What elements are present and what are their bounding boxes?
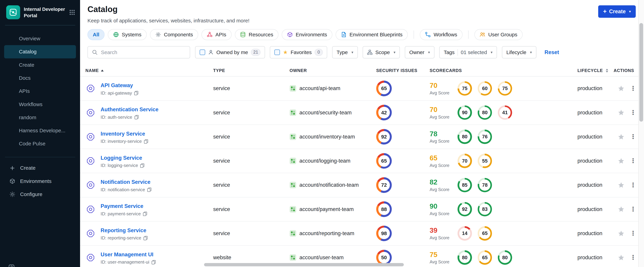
favorite-star-icon[interactable] xyxy=(618,230,625,237)
scorecard-ring[interactable]: 41 xyxy=(498,106,512,120)
vertical-scrollbar-thumb[interactable] xyxy=(639,23,643,122)
component-name-link[interactable]: API Gateway xyxy=(100,82,133,88)
reset-filters-button[interactable]: Reset xyxy=(544,49,559,56)
kebab-menu-icon[interactable]: ⋮ xyxy=(630,86,636,92)
tab-all[interactable]: All xyxy=(88,29,104,40)
scorecard-ring[interactable]: 55 xyxy=(478,154,492,168)
copy-icon[interactable] xyxy=(144,139,148,144)
sidebar-item-apis[interactable]: APIs xyxy=(4,84,76,98)
tab-environment-blueprints[interactable]: Environment Blueprints xyxy=(336,29,408,40)
favorite-star-icon[interactable] xyxy=(618,133,625,140)
scorecard-ring[interactable]: 85 xyxy=(458,178,472,192)
scorecard-ring[interactable]: 80 xyxy=(498,250,512,264)
favorite-star-icon[interactable] xyxy=(618,182,625,188)
favorite-star-icon[interactable] xyxy=(618,109,625,116)
scorecard-ring[interactable]: 76 xyxy=(478,130,492,144)
vertical-scrollbar[interactable] xyxy=(638,0,644,267)
owner-name[interactable]: account/notification-team xyxy=(300,182,359,188)
owned-by-me-checkbox[interactable] xyxy=(200,50,205,55)
type-filter-dropdown[interactable]: Type ▾ xyxy=(332,46,358,58)
component-name-link[interactable]: Logging Service xyxy=(100,155,142,161)
tab-environments[interactable]: Environments xyxy=(282,29,332,40)
security-issues-donut[interactable]: 42 xyxy=(376,105,392,120)
copy-icon[interactable] xyxy=(134,91,138,95)
owner-name[interactable]: account/reporting-team xyxy=(300,230,354,236)
kebab-menu-icon[interactable]: ⋮ xyxy=(630,134,636,140)
scorecard-ring[interactable]: 78 xyxy=(478,178,492,192)
security-issues-donut[interactable]: 88 xyxy=(376,201,392,217)
security-issues-donut[interactable]: 98 xyxy=(376,226,392,241)
scorecard-ring[interactable]: 80 xyxy=(458,130,472,144)
tab-resources[interactable]: Resources xyxy=(235,29,278,40)
kebab-menu-icon[interactable]: ⋮ xyxy=(630,158,636,164)
kebab-menu-icon[interactable]: ⋮ xyxy=(630,254,636,261)
sidebar-item-create[interactable]: Create xyxy=(4,58,76,72)
lifecycle-filter-dropdown[interactable]: Lifecycle ▾ xyxy=(502,46,536,58)
scorecard-ring[interactable]: 75 xyxy=(458,81,472,96)
sidebar-item-code-pulse[interactable]: Code Pulse xyxy=(4,137,76,150)
kebab-menu-icon[interactable]: ⋮ xyxy=(630,182,636,188)
sidebar-item-overview[interactable]: Overview xyxy=(4,32,76,45)
owned-by-me-filter[interactable]: Owned by me 21 xyxy=(195,46,265,58)
owner-name[interactable]: account/logging-team xyxy=(300,158,350,164)
kebab-menu-icon[interactable]: ⋮ xyxy=(630,230,636,236)
owner-filter-dropdown[interactable]: Owner ▾ xyxy=(405,46,434,58)
copy-icon[interactable] xyxy=(134,115,139,119)
favorite-star-icon[interactable] xyxy=(618,85,625,92)
sidebar-item-random[interactable]: random xyxy=(4,111,76,124)
sidebar-item-harness-develope[interactable]: Harness Develope... xyxy=(4,124,76,137)
owner-name[interactable]: account/user-team xyxy=(300,254,344,261)
app-logo[interactable] xyxy=(6,5,20,19)
scorecard-ring[interactable]: 65 xyxy=(478,226,492,240)
owner-name[interactable]: account/payment-team xyxy=(300,206,354,212)
scorecard-ring[interactable]: 65 xyxy=(478,250,492,264)
horizontal-scrollbar[interactable] xyxy=(204,263,404,266)
sidebar-item-docs[interactable]: Docs xyxy=(4,72,76,84)
kebab-menu-icon[interactable]: ⋮ xyxy=(630,110,636,116)
create-button[interactable]: + Create ▾ xyxy=(598,5,636,18)
scorecard-ring[interactable]: 60 xyxy=(478,81,492,96)
favorites-checkbox[interactable] xyxy=(274,50,280,55)
security-issues-donut[interactable]: 65 xyxy=(376,153,392,169)
component-name-link[interactable]: User Management UI xyxy=(100,252,154,258)
component-name-link[interactable]: Reporting Service xyxy=(100,228,146,234)
sidebar-footer-item-environments[interactable]: Environments xyxy=(0,174,80,188)
security-issues-donut[interactable]: 65 xyxy=(376,80,392,96)
scope-filter-dropdown[interactable]: Scope ▾ xyxy=(363,46,400,58)
copy-icon[interactable] xyxy=(143,212,147,216)
favorites-filter[interactable]: ★ Favorites 0 xyxy=(270,46,327,58)
favorite-star-icon[interactable] xyxy=(618,206,625,213)
apps-grid-icon[interactable] xyxy=(69,9,75,16)
scorecard-ring[interactable]: 92 xyxy=(458,202,472,216)
copy-icon[interactable] xyxy=(140,163,144,168)
favorite-star-icon[interactable] xyxy=(618,254,625,261)
scorecard-ring[interactable]: 80 xyxy=(478,106,492,120)
component-name-link[interactable]: Payment Service xyxy=(100,203,143,209)
scorecard-ring[interactable]: 80 xyxy=(458,250,472,264)
sidebar-item-workflows[interactable]: Workflows xyxy=(4,98,76,111)
scorecard-ring[interactable]: 90 xyxy=(458,106,472,120)
column-header-name[interactable]: NAME xyxy=(86,68,213,73)
security-issues-donut[interactable]: 72 xyxy=(376,177,392,193)
component-name-link[interactable]: Notification Service xyxy=(100,179,150,185)
sidebar-footer-item-create[interactable]: Create xyxy=(0,162,80,174)
tags-filter-dropdown[interactable]: Tags 01 selected ▾ xyxy=(439,46,497,58)
owner-name[interactable]: account/inventory-team xyxy=(300,134,355,140)
component-name-link[interactable]: Authentication Service xyxy=(100,106,158,112)
tab-user-groups[interactable]: User Groups xyxy=(474,29,522,40)
tab-apis[interactable]: APIs xyxy=(202,29,232,40)
tab-components[interactable]: Components xyxy=(150,29,198,40)
owner-name[interactable]: account/security-team xyxy=(300,110,352,116)
tab-workflows[interactable]: Workflows xyxy=(420,29,462,40)
scorecard-ring[interactable]: 75 xyxy=(498,81,512,96)
kebab-menu-icon[interactable]: ⋮ xyxy=(630,206,636,212)
scorecard-ring[interactable]: 14 xyxy=(458,226,472,240)
security-issues-donut[interactable]: 92 xyxy=(376,129,392,145)
copy-icon[interactable] xyxy=(143,236,148,240)
favorite-star-icon[interactable] xyxy=(618,158,625,164)
owner-name[interactable]: account/api-team xyxy=(300,85,340,92)
scorecard-ring[interactable]: 70 xyxy=(458,154,472,168)
scorecard-ring[interactable]: 83 xyxy=(478,202,492,216)
sidebar-bottom-item[interactable] xyxy=(8,264,15,267)
copy-icon[interactable] xyxy=(147,188,152,192)
